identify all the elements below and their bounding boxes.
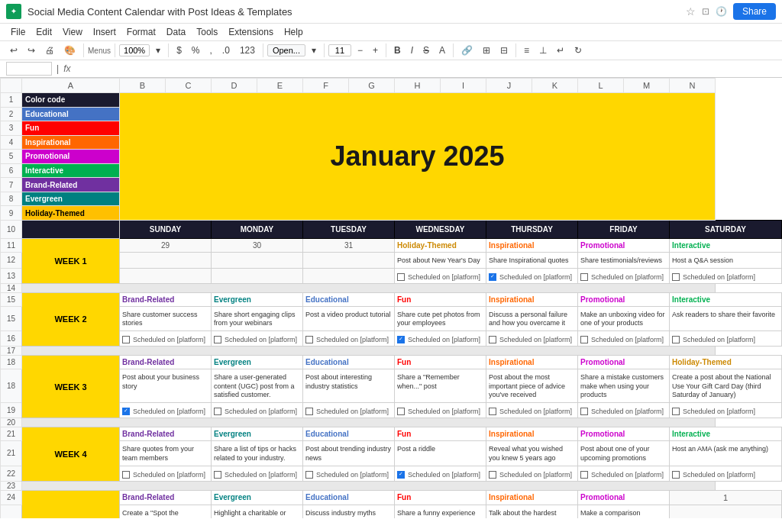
w1-wed-checkbox[interactable]: [397, 273, 405, 281]
w4-fri-cb[interactable]: [580, 471, 588, 479]
col-header-m[interactable]: M: [624, 79, 670, 93]
w3-sat-cb[interactable]: [672, 408, 680, 415]
w1-sun-content[interactable]: [120, 253, 212, 269]
col-header-d[interactable]: D: [212, 79, 257, 93]
w2-fri-cb[interactable]: [580, 336, 588, 343]
menu-edit[interactable]: Edit: [31, 25, 57, 39]
col-header-n[interactable]: N: [670, 79, 716, 93]
w3-thu-cb[interactable]: [489, 408, 496, 415]
valign-button[interactable]: ⊥: [535, 44, 551, 57]
cell-reference[interactable]: A1: [6, 62, 52, 76]
dec-decrease-button[interactable]: .0: [218, 44, 234, 57]
w4-wed-cb[interactable]: [397, 471, 405, 479]
formula-input[interactable]: Color code: [75, 63, 776, 74]
w2-sat-cat[interactable]: Interactive: [670, 292, 782, 306]
w1-fri-content[interactable]: Share testimonials/reviews: [578, 253, 670, 269]
paint-format-button[interactable]: 🎨: [60, 44, 79, 57]
cell-a2[interactable]: Educational: [22, 107, 120, 121]
w1-wed-content[interactable]: Post about New Year's Day: [395, 253, 486, 269]
w2-thu-cat[interactable]: Inspirational: [486, 292, 578, 306]
cell-b1[interactable]: January 2025: [120, 93, 716, 221]
menu-format[interactable]: Format: [122, 25, 160, 39]
w1-tue-content[interactable]: [303, 253, 395, 269]
w1-fri-cat[interactable]: Promotional: [578, 239, 670, 253]
bold-button[interactable]: B: [390, 44, 405, 57]
wrap-button[interactable]: ↵: [553, 44, 568, 57]
w2-wed-cb[interactable]: [397, 336, 405, 343]
w1-tue-cat[interactable]: 31: [303, 239, 395, 253]
cell-a3[interactable]: Fun: [22, 121, 120, 136]
menu-tools[interactable]: Tools: [192, 25, 222, 39]
w4-tue-cb[interactable]: [305, 471, 313, 479]
w4-mon-cb[interactable]: [214, 471, 221, 479]
cell-a8[interactable]: Evergreen: [22, 192, 120, 206]
w4-sat-cb[interactable]: [672, 471, 680, 479]
cell-a6[interactable]: Interactive: [22, 163, 120, 178]
font-size-display[interactable]: 11: [328, 44, 351, 56]
italic-button[interactable]: I: [407, 44, 417, 57]
w2-fri-cat[interactable]: Promotional: [578, 292, 670, 306]
col-header-i[interactable]: I: [441, 79, 486, 93]
dec-increase-button[interactable]: 123: [236, 44, 259, 57]
undo-button[interactable]: ↩: [6, 44, 21, 57]
w1-sat-cat[interactable]: Interactive: [670, 239, 782, 253]
w1-mon-sched[interactable]: [212, 268, 303, 283]
col-header-b[interactable]: B: [120, 79, 166, 93]
font-size-increase[interactable]: +: [369, 44, 382, 57]
menu-help[interactable]: Help: [280, 25, 308, 39]
zoom-display[interactable]: 100%: [119, 44, 150, 56]
print-button[interactable]: 🖨: [41, 44, 58, 57]
menu-view[interactable]: View: [58, 25, 87, 39]
font-dropdown[interactable]: ▾: [308, 44, 320, 57]
w2-thu-cb[interactable]: [489, 336, 496, 343]
cell-a4[interactable]: Inspirational: [22, 135, 120, 150]
w1-thu-sched[interactable]: Scheduled on [platform]: [486, 268, 578, 283]
col-header-e[interactable]: E: [257, 79, 303, 93]
percent-button[interactable]: %: [188, 44, 204, 57]
link-button[interactable]: 🔗: [457, 44, 477, 57]
menu-data[interactable]: Data: [162, 25, 190, 39]
col-header-k[interactable]: K: [532, 79, 578, 93]
w2-sat-cb[interactable]: [672, 336, 680, 343]
insert-chart-button[interactable]: ⊟: [496, 44, 512, 57]
cell-a7[interactable]: Brand-Related: [22, 178, 120, 192]
star-icon[interactable]: ☆: [686, 5, 696, 18]
w3-mon-cb[interactable]: [214, 408, 221, 415]
col-header-c[interactable]: C: [166, 79, 212, 93]
menu-file[interactable]: File: [6, 25, 30, 39]
w1-sat-sched[interactable]: Scheduled on [platform]: [670, 268, 782, 283]
cell-a1[interactable]: Color code: [22, 93, 120, 108]
font-display[interactable]: Open...: [267, 44, 305, 56]
w1-sun-cat[interactable]: 29: [120, 239, 212, 253]
w1-thu-checkbox[interactable]: [489, 273, 496, 281]
w1-fri-checkbox[interactable]: [580, 273, 588, 281]
col-header-f[interactable]: F: [303, 79, 349, 93]
redo-button[interactable]: ↪: [24, 44, 39, 57]
w1-wed-sched[interactable]: Scheduled on [platform]: [395, 268, 486, 283]
w4-thu-cb[interactable]: [489, 471, 496, 479]
font-size-decrease[interactable]: −: [354, 44, 367, 57]
col-header-j[interactable]: J: [486, 79, 532, 93]
zoom-button[interactable]: ▾: [152, 44, 164, 57]
w1-mon-cat[interactable]: 30: [212, 239, 303, 253]
currency-button[interactable]: $: [173, 44, 186, 57]
w2-mon-cat[interactable]: Evergreen: [212, 292, 303, 306]
w2-wed-cat[interactable]: Fun: [395, 292, 486, 306]
w3-wed-cb[interactable]: [397, 408, 405, 415]
align-button[interactable]: ≡: [520, 44, 533, 57]
w1-sat-content[interactable]: Host a Q&A session: [670, 253, 782, 269]
w1-fri-sched[interactable]: Scheduled on [platform]: [578, 268, 670, 283]
cell-a9[interactable]: Holiday-Themed: [22, 206, 120, 221]
w1-mon-content[interactable]: [212, 253, 303, 269]
col-header-g[interactable]: G: [349, 79, 395, 93]
w1-thu-cat[interactable]: Inspirational: [486, 239, 578, 253]
w2-tue-cat[interactable]: Educational: [303, 292, 395, 306]
w1-tue-sched[interactable]: [303, 268, 395, 283]
menu-extensions[interactable]: Extensions: [224, 25, 278, 39]
w3-fri-cb[interactable]: [580, 408, 588, 415]
text-color-button[interactable]: A: [435, 44, 449, 57]
strikethrough-button[interactable]: S: [419, 44, 433, 57]
col-header-l[interactable]: L: [578, 79, 624, 93]
col-header-h[interactable]: H: [395, 79, 441, 93]
w1-wed-cat[interactable]: Holiday-Themed: [395, 239, 486, 253]
